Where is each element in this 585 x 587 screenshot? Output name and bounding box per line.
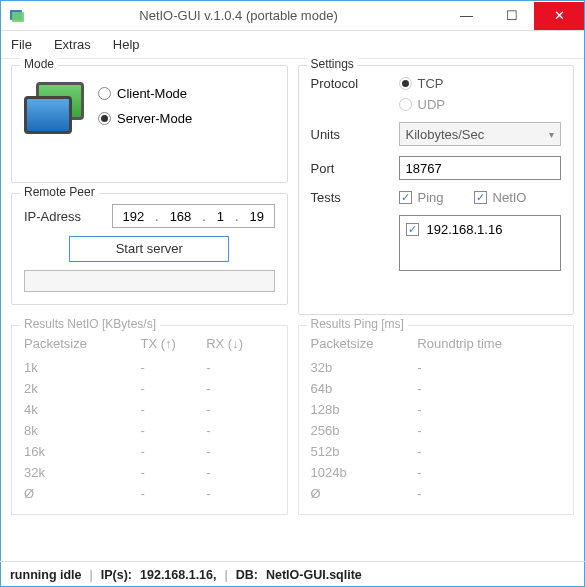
netio-label: NetIO — [493, 190, 527, 205]
units-label: Units — [311, 127, 391, 142]
titlebar: NetIO-GUI v.1.0.4 (portable mode) — ☐ ✕ — [1, 1, 584, 31]
units-value: Kilobytes/Sec — [406, 127, 485, 142]
peer-ip: 192.168.1.16 — [427, 222, 503, 237]
col-tx: TX (↑) — [141, 334, 207, 357]
start-server-button[interactable]: Start server — [69, 236, 229, 262]
port-value: 18767 — [406, 161, 442, 176]
remote-peer-title: Remote Peer — [20, 185, 99, 199]
table-row: 128b- — [311, 399, 562, 420]
tests-label: Tests — [311, 190, 391, 205]
col-rtt: Roundtrip time — [417, 334, 561, 357]
menu-help[interactable]: Help — [113, 37, 140, 52]
protocol-label: Protocol — [311, 76, 391, 91]
table-row: Ø- — [311, 483, 562, 504]
table-row: 32k-- — [24, 462, 275, 483]
table-row: 1024b- — [311, 462, 562, 483]
status-state: running idle — [10, 568, 82, 582]
col-packetsize: Packetsize — [311, 334, 418, 357]
port-input[interactable]: 18767 — [399, 156, 562, 180]
status-db: NetIO-GUI.sqlite — [266, 568, 362, 582]
radio-icon — [98, 87, 111, 100]
svg-rect-1 — [12, 12, 24, 22]
close-button[interactable]: ✕ — [534, 2, 584, 30]
settings-group: Settings Protocol TCP UDP Units — [298, 65, 575, 315]
radio-icon — [98, 112, 111, 125]
peer-listbox[interactable]: ✓ 192.168.1.16 — [399, 215, 562, 271]
ip-address-input[interactable]: 192. 168. 1. 19 — [112, 204, 275, 228]
list-item[interactable]: ✓ 192.168.1.16 — [406, 222, 555, 237]
window-controls: — ☐ ✕ — [444, 2, 584, 30]
table-row: 64b- — [311, 378, 562, 399]
udp-label: UDP — [418, 97, 445, 112]
table-row: 8k-- — [24, 420, 275, 441]
check-icon: ✓ — [474, 191, 487, 204]
tcp-label: TCP — [418, 76, 444, 91]
menu-extras[interactable]: Extras — [54, 37, 91, 52]
results-netio-table: Packetsize TX (↑) RX (↓) 1k--2k--4k--8k-… — [24, 334, 275, 504]
ip-octet-4: 19 — [250, 209, 264, 224]
table-row: Ø-- — [24, 483, 275, 504]
radio-server-label: Server-Mode — [117, 111, 192, 126]
ip-octet-3: 1 — [217, 209, 224, 224]
results-ping-table: Packetsize Roundtrip time 32b-64b-128b-2… — [311, 334, 562, 504]
check-icon: ✓ — [406, 223, 419, 236]
mode-title: Mode — [20, 57, 58, 71]
results-ping-title: Results Ping [ms] — [307, 317, 408, 331]
units-select[interactable]: Kilobytes/Sec ▾ — [399, 122, 562, 146]
remote-peer-group: Remote Peer IP-Adress 192. 168. 1. 19 St… — [11, 193, 288, 305]
ip-octet-1: 192 — [122, 209, 144, 224]
ip-label: IP-Adress — [24, 209, 104, 224]
status-db-label: DB: — [236, 568, 258, 582]
col-packetsize: Packetsize — [24, 334, 141, 357]
results-netio-title: Results NetIO [KBytes/s] — [20, 317, 160, 331]
status-ips-label: IP(s): — [101, 568, 132, 582]
chevron-down-icon: ▾ — [549, 129, 554, 140]
table-row: 16k-- — [24, 441, 275, 462]
checkbox-netio[interactable]: ✓ NetIO — [474, 190, 527, 205]
checkbox-ping[interactable]: ✓ Ping — [399, 190, 444, 205]
check-icon: ✓ — [399, 191, 412, 204]
mode-group: Mode Client-Mode Server-Mode — [11, 65, 288, 183]
radio-icon — [399, 77, 412, 90]
minimize-button[interactable]: — — [444, 2, 489, 30]
radio-tcp[interactable]: TCP — [399, 76, 445, 91]
table-row: 32b- — [311, 357, 562, 378]
ip-octet-2: 168 — [170, 209, 192, 224]
radio-udp[interactable]: UDP — [399, 97, 445, 112]
col-rx: RX (↓) — [206, 334, 274, 357]
table-row: 1k-- — [24, 357, 275, 378]
radio-client-mode[interactable]: Client-Mode — [98, 86, 192, 101]
radio-server-mode[interactable]: Server-Mode — [98, 111, 192, 126]
progress-bar — [24, 270, 275, 292]
app-icon — [9, 8, 25, 24]
statusbar: running idle | IP(s): 192.168.1.16, | DB… — [0, 561, 585, 587]
radio-icon — [399, 98, 412, 111]
maximize-button[interactable]: ☐ — [489, 2, 534, 30]
results-netio-group: Results NetIO [KBytes/s] Packetsize TX (… — [11, 325, 288, 515]
menubar: File Extras Help — [1, 31, 584, 59]
settings-title: Settings — [307, 57, 358, 71]
table-row: 512b- — [311, 441, 562, 462]
window-title: NetIO-GUI v.1.0.4 (portable mode) — [33, 8, 444, 23]
table-row: 256b- — [311, 420, 562, 441]
port-label: Port — [311, 161, 391, 176]
menu-file[interactable]: File — [11, 37, 32, 52]
results-ping-group: Results Ping [ms] Packetsize Roundtrip t… — [298, 325, 575, 515]
ping-label: Ping — [418, 190, 444, 205]
radio-client-label: Client-Mode — [117, 86, 187, 101]
monitors-icon — [24, 82, 84, 142]
table-row: 4k-- — [24, 399, 275, 420]
table-row: 2k-- — [24, 378, 275, 399]
status-ips: 192.168.1.16, — [140, 568, 216, 582]
